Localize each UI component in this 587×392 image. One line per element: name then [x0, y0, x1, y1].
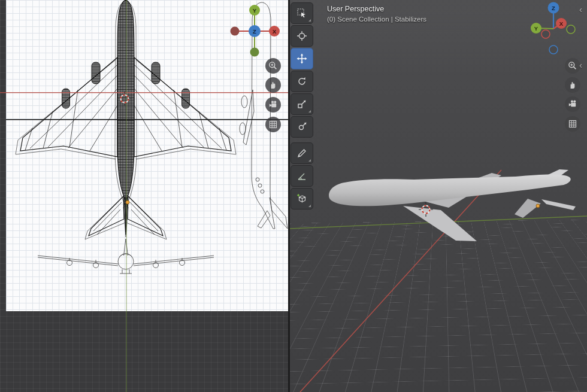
cursor-tool[interactable] — [291, 25, 313, 47]
cursor-tool-icon — [296, 31, 307, 41]
pan-button[interactable] — [565, 77, 580, 93]
move-icon — [296, 53, 307, 64]
hand-icon — [268, 80, 278, 90]
gizmo-y-label: Y — [534, 25, 538, 32]
stabilizers-mesh[interactable] — [89, 196, 163, 236]
grid-toggle-button[interactable] — [565, 116, 580, 132]
scene-canvas[interactable]: Z X Y — [290, 0, 587, 392]
right-axis-gizmo[interactable]: Z X Y — [531, 2, 575, 54]
grid-icon — [568, 119, 577, 129]
blueprint-reference-image — [6, 0, 288, 311]
scale-icon — [296, 99, 307, 110]
pan-button[interactable] — [265, 77, 281, 93]
move-tool[interactable] — [291, 48, 313, 69]
add-cube-tool[interactable] — [291, 188, 313, 209]
object-origin-dot[interactable] — [536, 204, 540, 208]
zoom-button[interactable] — [565, 58, 580, 74]
select-box-icon — [296, 8, 307, 19]
camera-view-button[interactable] — [265, 97, 281, 113]
gizmo-z-label: Z — [552, 5, 555, 11]
camera-icon — [268, 100, 278, 110]
zoom-button[interactable] — [265, 58, 281, 74]
annotate-tool[interactable] — [291, 142, 313, 164]
camera-view-button[interactable] — [565, 96, 580, 112]
rotate-icon — [296, 76, 307, 87]
camera-icon — [568, 99, 577, 109]
measure-icon — [296, 171, 307, 181]
transform-tool[interactable] — [291, 116, 313, 138]
annotate-pencil-icon — [296, 148, 307, 159]
overlay-collapse-arrow[interactable]: ‹ — [579, 61, 582, 69]
hand-icon — [568, 80, 577, 90]
left-viewport-top-ortho[interactable]: Y X Z — [0, 0, 288, 392]
scale-tool[interactable] — [291, 93, 313, 115]
rotate-tool[interactable] — [291, 71, 313, 92]
blueprint-drawing — [6, 0, 288, 311]
grid-icon — [268, 120, 278, 129]
magnifier-icon — [568, 61, 577, 71]
transform-icon — [296, 121, 307, 132]
grid-toggle-button[interactable] — [265, 117, 281, 132]
gizmo-z-minus-ball[interactable] — [549, 45, 558, 54]
airplane-mesh-object[interactable] — [20, 0, 231, 236]
gizmo-x-minus-ball[interactable] — [541, 30, 550, 38]
tool-toolbar — [291, 2, 316, 211]
select-box-tool[interactable] — [291, 2, 313, 24]
far-stabilizer — [541, 199, 576, 210]
blueprint-front-view — [38, 239, 214, 274]
gizmo-x-label: X — [559, 20, 564, 27]
blueprint-side-view — [240, 2, 288, 229]
gizmo-y-minus-ball[interactable] — [567, 25, 575, 34]
add-cube-icon — [296, 193, 307, 204]
near-stabilizer — [515, 199, 541, 218]
blender-window: Y X Z — [0, 0, 587, 392]
sidebar-collapse-arrow[interactable]: ‹ — [579, 5, 582, 14]
measure-tool[interactable] — [291, 165, 313, 187]
magnifier-icon — [268, 61, 278, 71]
right-viewport-perspective[interactable]: Z X Y User Perspective (0) Scene Collect… — [290, 0, 587, 392]
